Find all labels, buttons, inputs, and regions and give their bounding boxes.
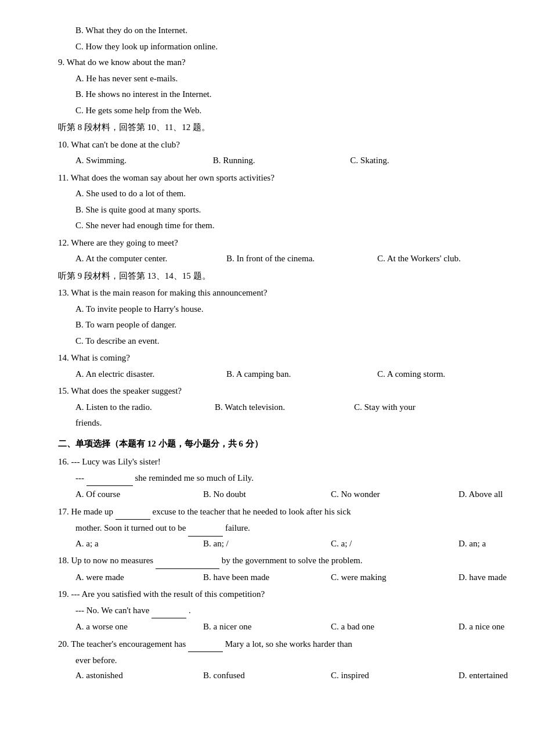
q17-option-a: A. a; a xyxy=(75,537,203,552)
q10-text: 10. What can't be done at the club? xyxy=(58,138,488,153)
q11-option-b: B. She is quite good at many sports. xyxy=(75,203,488,218)
q16-option-a: A. Of course xyxy=(75,487,203,502)
q18-option-d: D. have made xyxy=(459,570,534,585)
q19-option-a: A. a worse one xyxy=(75,620,203,635)
q16-sub-line: --- she reminded me so much of Lily. xyxy=(75,471,488,487)
q18-options: A. were made B. have been made C. were m… xyxy=(75,570,488,585)
q18-blank xyxy=(156,553,219,569)
q19-option-c: C. a bad one xyxy=(331,620,459,635)
q10-option-a: A. Swimming. xyxy=(75,153,213,168)
q15-option-a: A. Listen to the radio. xyxy=(75,400,215,415)
q20-options: A. astonished B. confused C. inspired D.… xyxy=(75,668,488,683)
q17-line2: mother. Soon it turned out to be failure… xyxy=(75,521,488,537)
q14-option-c: C. A coming storm. xyxy=(377,367,528,382)
q16-option-d: D. Above all xyxy=(459,487,534,502)
q9-option-c: C. He gets some help from the Web. xyxy=(75,103,488,118)
q19-options: A. a worse one B. a nicer one C. a bad o… xyxy=(75,620,488,635)
q19-line1: 19. --- Are you satisfied with the resul… xyxy=(58,587,488,602)
q17-blank2 xyxy=(188,521,223,537)
q11-option-a: A. She used to do a lot of them. xyxy=(75,186,488,201)
question-11: 11. What does the woman say about her ow… xyxy=(58,171,488,233)
q12-option-b: B. In front of the cinema. xyxy=(226,251,377,267)
q20-option-d: D. entertained xyxy=(459,668,534,683)
q19-line2: --- No. We can't have . xyxy=(75,603,488,619)
q15-options: A. Listen to the radio. B. Watch televis… xyxy=(75,400,488,415)
q17-option-b: B. an; / xyxy=(203,537,331,552)
q13-option-c: C. To describe an event. xyxy=(75,334,488,349)
q15-option-c: C. Stay with your xyxy=(354,400,470,415)
q10-option-c: C. Skating. xyxy=(350,153,488,168)
question-17: 17. He made up excuse to the teacher tha… xyxy=(58,505,488,552)
q9-option-a: A. He has never sent e-mails. xyxy=(75,71,488,87)
q18-line: 18. Up to now no measures by the governm… xyxy=(58,553,488,569)
q9-option-b: B. He shows no interest in the Internet. xyxy=(75,87,488,102)
option-b-internet: B. What they do on the Internet. xyxy=(75,23,488,38)
q17-options: A. a; a B. an; / C. a; / D. an; a xyxy=(75,537,488,552)
question-14: 14. What is coming? A. An electric disas… xyxy=(58,351,488,381)
q16-options: A. Of course B. No doubt C. No wonder D.… xyxy=(75,487,488,502)
question-10: 10. What can't be done at the club? A. S… xyxy=(58,138,488,168)
q15-text: 15. What does the speaker suggest? xyxy=(58,384,488,399)
q18-option-a: A. were made xyxy=(75,570,203,585)
option-c-lookup: C. How they look up information online. xyxy=(75,39,488,55)
q20-line1: 20. The teacher's encouragement has Mary… xyxy=(58,637,488,653)
q12-option-a: A. At the computer center. xyxy=(75,251,226,267)
q11-text: 11. What does the woman say about her ow… xyxy=(58,171,488,186)
q16-option-b: B. No doubt xyxy=(203,487,331,502)
q14-text: 14. What is coming? xyxy=(58,351,488,366)
question-18: 18. Up to now no measures by the governm… xyxy=(58,553,488,585)
question-12: 12. Where are they going to meet? A. At … xyxy=(58,236,488,267)
question-16: 16. --- Lucy was Lily's sister! --- she … xyxy=(58,455,488,502)
q16-option-c: C. No wonder xyxy=(331,487,459,502)
q9-text: 9. What do we know about the man? xyxy=(58,55,488,70)
q19-option-b: B. a nicer one xyxy=(203,620,331,635)
q10-option-b: B. Running. xyxy=(213,153,351,168)
q20-option-c: C. inspired xyxy=(331,668,459,683)
q16-text: 16. --- Lucy was Lily's sister! xyxy=(58,455,488,470)
q13-text: 13. What is the main reason for making t… xyxy=(58,286,488,301)
q19-blank xyxy=(151,603,186,619)
instruction-8: 听第 8 段材料，回答第 10、11、12 题。 xyxy=(58,120,488,135)
q16-blank xyxy=(86,471,133,487)
q17-line1: 17. He made up excuse to the teacher tha… xyxy=(58,505,488,520)
q18-option-b: B. have been made xyxy=(203,570,331,585)
q20-option-a: A. astonished xyxy=(75,668,203,683)
exam-content: B. What they do on the Internet. C. How … xyxy=(58,23,488,683)
question-9: 9. What do we know about the man? A. He … xyxy=(58,55,488,118)
q12-option-c: C. At the Workers' club. xyxy=(377,251,528,267)
q12-text: 12. Where are they going to meet? xyxy=(58,236,488,251)
section-2-header: 二、单项选择（本题有 12 小题，每小题分，共 6 分） xyxy=(58,437,488,452)
q18-option-c: C. were making xyxy=(331,570,459,585)
q17-blank1 xyxy=(116,505,150,520)
q17-option-c: C. a; / xyxy=(331,537,459,552)
q10-options: A. Swimming. B. Running. C. Skating. xyxy=(75,153,488,168)
q13-option-a: A. To invite people to Harry's house. xyxy=(75,302,488,317)
q11-option-c: C. She never had enough time for them. xyxy=(75,218,488,233)
question-15: 15. What does the speaker suggest? A. Li… xyxy=(58,384,488,431)
question-13: 13. What is the main reason for making t… xyxy=(58,286,488,348)
q20-blank xyxy=(188,637,223,653)
q17-option-d: D. an; a xyxy=(459,537,534,552)
q20-option-b: B. confused xyxy=(203,668,331,683)
q15-option-b: B. Watch television. xyxy=(215,400,354,415)
question-19: 19. --- Are you satisfied with the resul… xyxy=(58,587,488,635)
q14-option-b: B. A camping ban. xyxy=(226,367,377,382)
q20-line2: ever before. xyxy=(75,653,488,668)
q15-continuation: friends. xyxy=(75,416,488,431)
question-20: 20. The teacher's encouragement has Mary… xyxy=(58,637,488,683)
q14-option-a: A. An electric disaster. xyxy=(75,367,226,382)
instruction-9: 听第 9 段材料，回答第 13、14、15 题。 xyxy=(58,269,488,284)
q19-option-d: D. a nice one xyxy=(459,620,534,635)
q13-option-b: B. To warn people of danger. xyxy=(75,318,488,333)
q14-options: A. An electric disaster. B. A camping ba… xyxy=(75,367,488,382)
q12-options: A. At the computer center. B. In front o… xyxy=(75,251,488,267)
